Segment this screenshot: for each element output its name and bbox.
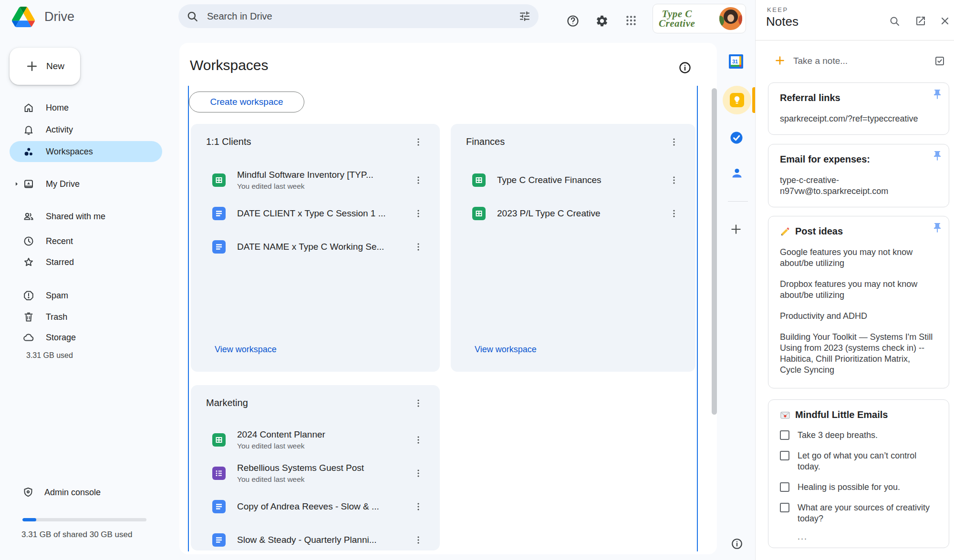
focus-outline-right	[697, 86, 698, 551]
sidebar-item-my-drive[interactable]: My Drive	[0, 173, 172, 194]
note-paragraph: Dropbox features you may not know about/…	[780, 279, 937, 301]
pin-icon[interactable]	[932, 150, 943, 162]
plus-icon	[25, 60, 39, 73]
checkbox[interactable]	[780, 451, 789, 460]
sidebar-item-home[interactable]: Home	[0, 97, 172, 118]
note-title: Email for expenses:	[780, 154, 937, 165]
org-logo: Type CCreative	[659, 9, 695, 28]
open-in-new-icon[interactable]	[915, 15, 926, 27]
keep-note[interactable]: Post ideasGoogle features you may not kn…	[768, 216, 949, 388]
spam-icon	[23, 290, 34, 301]
account-profile-button[interactable]: Type CCreative	[653, 4, 746, 33]
file-row[interactable]: Rebellious Systems Guest PostYou edited …	[191, 457, 440, 490]
sidebar-item-label: Starred	[46, 257, 74, 267]
sidebar-item-recent[interactable]: Recent	[0, 231, 172, 252]
keep-search-icon[interactable]	[889, 15, 900, 27]
new-list-checkbox-icon[interactable]	[934, 55, 945, 67]
more-options-icon[interactable]	[669, 137, 679, 147]
sidebar-item-label: Shared with me	[46, 212, 105, 222]
pin-icon[interactable]	[932, 222, 943, 234]
sidebar-item-label: Trash	[46, 312, 67, 322]
view-workspace-link[interactable]: View workspace	[215, 345, 277, 355]
file-row[interactable]: 2023 P/L Type C Creative	[451, 197, 695, 230]
workspace-card-finances: FinancesType C Creative Finances2023 P/L…	[451, 124, 695, 372]
sidebar-item-starred[interactable]: Starred	[0, 252, 172, 273]
file-more-options-icon[interactable]	[413, 468, 424, 479]
search-bar[interactable]	[178, 4, 539, 28]
file-row[interactable]: Copy of Andrea Reeves - Slow & ...	[191, 490, 440, 523]
sheet-file-icon	[212, 173, 226, 187]
file-more-options-icon[interactable]	[413, 175, 424, 185]
storage-used-label: 3.31 GB used	[26, 351, 73, 360]
file-more-options-icon[interactable]	[413, 535, 424, 545]
sidebar-item-workspaces[interactable]: Workspaces	[10, 141, 162, 162]
avatar[interactable]	[719, 7, 742, 30]
more-options-icon[interactable]	[413, 137, 424, 147]
take-a-note-field[interactable]: Take a note...	[793, 56, 848, 66]
note-title: Referral links	[780, 92, 937, 103]
keep-note[interactable]: Referral linkssparkreceipt.com/?ref=type…	[768, 82, 949, 135]
checkbox[interactable]	[780, 503, 789, 512]
file-more-options-icon[interactable]	[413, 435, 424, 445]
tasks-icon[interactable]	[729, 131, 744, 145]
expand-caret-icon[interactable]	[13, 181, 20, 187]
gear-icon[interactable]	[595, 14, 609, 28]
sidebar-item-trash[interactable]: Trash	[0, 306, 172, 327]
file-more-options-icon[interactable]	[669, 208, 679, 219]
new-button[interactable]: New	[10, 48, 80, 85]
file-row[interactable]: Mindful Software Inventory [TYP...You ed…	[191, 163, 440, 197]
sidebar-item-shared-with-me[interactable]: Shared with me	[0, 206, 172, 227]
add-note-plus-icon[interactable]	[774, 54, 786, 67]
info-icon[interactable]	[678, 61, 692, 74]
contacts-icon[interactable]	[730, 166, 744, 180]
sidebar-item-spam[interactable]: Spam	[0, 285, 172, 306]
file-title: DATE CLIENT x Type C Session 1 ...	[237, 208, 386, 218]
checklist-item: Take 3 deep breaths.	[780, 430, 937, 441]
file-title: Type C Creative Finances	[497, 175, 601, 185]
file-row[interactable]: DATE NAME x Type C Working Se...	[191, 230, 440, 264]
more-options-icon[interactable]	[413, 398, 424, 408]
keep-icon[interactable]	[723, 86, 751, 114]
view-workspace-link[interactable]: View workspace	[475, 345, 537, 355]
storage-quota-bar	[22, 518, 146, 521]
file-title: Slow & Steady - Quarterly Planni...	[237, 535, 377, 545]
sidebar-item-activity[interactable]: Activity	[0, 119, 172, 140]
sidebar-item-storage[interactable]: Storage	[0, 327, 172, 348]
sidebar-item-label: My Drive	[46, 179, 80, 189]
help-icon[interactable]	[566, 14, 580, 28]
file-row[interactable]: DATE CLIENT x Type C Session 1 ...	[191, 197, 440, 230]
sidebar-item-label: Storage	[46, 333, 76, 343]
close-icon[interactable]	[939, 15, 951, 27]
file-row[interactable]: Type C Creative Finances	[451, 163, 695, 197]
checkbox[interactable]	[780, 482, 789, 492]
file-more-options-icon[interactable]	[669, 175, 679, 185]
workspace-card-1-1-clients: 1:1 ClientsMindful Software Inventory [T…	[191, 124, 440, 372]
pin-icon[interactable]	[932, 89, 943, 100]
note-more-indicator: ...	[798, 532, 937, 542]
file-more-options-icon[interactable]	[413, 208, 424, 219]
file-row[interactable]: Slow & Steady - Quarterly Planni...	[191, 523, 440, 550]
calendar-icon[interactable]: 31	[729, 54, 743, 69]
keep-note[interactable]: Email for expenses:type-c-creative-n97vw…	[768, 144, 949, 207]
drive-triangle-icon	[12, 7, 35, 27]
main-scrollbar[interactable]	[712, 88, 717, 415]
rail-info-icon[interactable]	[731, 538, 743, 550]
keep-note[interactable]: Mindful Little EmailsTake 3 deep breaths…	[768, 399, 949, 548]
form-file-icon	[212, 467, 226, 480]
drive-logo[interactable]: Drive	[12, 7, 74, 27]
checkbox[interactable]	[780, 430, 789, 440]
get-addons-plus-icon[interactable]	[730, 223, 742, 235]
create-workspace-button[interactable]: Create workspace	[189, 92, 304, 112]
search-input[interactable]	[206, 10, 518, 22]
file-more-options-icon[interactable]	[413, 501, 424, 512]
checklist-item: Healing is possible for you.	[780, 482, 937, 493]
file-more-options-icon[interactable]	[413, 242, 424, 252]
doc-file-icon	[212, 240, 226, 254]
file-row[interactable]: 2024 Content PlannerYou edited last week	[191, 423, 440, 457]
home-icon	[23, 102, 34, 113]
admin-console-link[interactable]: Admin console	[22, 487, 101, 498]
svg-text:31: 31	[732, 59, 738, 64]
note-body: Google features you may not know about/b…	[780, 247, 937, 376]
tune-icon[interactable]	[518, 10, 531, 22]
apps-grid-icon[interactable]	[625, 14, 638, 28]
